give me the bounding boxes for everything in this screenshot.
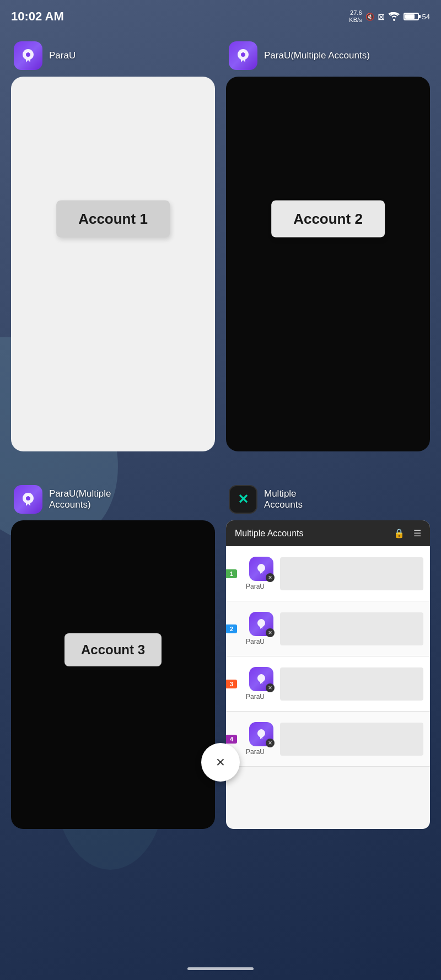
app-name-4: MultipleAccounts — [264, 488, 303, 511]
panel-app-info-4: ParaU — [237, 722, 273, 756]
panel-app-info-3: ParaU — [237, 667, 273, 701]
parau-icon-1[interactable] — [14, 41, 42, 70]
app-name-1: ParaU — [49, 50, 76, 61]
app-header-3: ParaU(MultipleAccounts) — [11, 485, 215, 514]
parau-logo-3 — [19, 491, 37, 508]
multiple-accounts-panel[interactable]: Multiple Accounts 🔒 ☰ 1 — [226, 520, 430, 829]
parau-logo-2 — [234, 47, 252, 64]
panel-header-icons: 🔒 ☰ — [394, 528, 421, 539]
panel-parau-icon-3 — [249, 667, 273, 691]
item-number-2: 2 — [226, 624, 237, 633]
battery-icon — [404, 13, 419, 20]
top-apps-grid: ParaU Account 1 ParaU(Multiple Accounts)… — [11, 41, 430, 451]
app-header-1: ParaU — [11, 41, 215, 70]
app-window-3[interactable]: Account 3 — [11, 520, 215, 829]
list-item[interactable]: 2 ParaU — [226, 601, 430, 656]
app-parau-3: ParaU(MultipleAccounts) Account 3 — [11, 485, 215, 829]
app-multiple-accounts: ✕ MultipleAccounts Multiple Accounts 🔒 ☰… — [226, 485, 430, 829]
panel-title: Multiple Accounts — [235, 529, 304, 539]
account-3-button[interactable]: Account 3 — [64, 633, 162, 666]
mute-icon: 🔇 — [365, 13, 374, 21]
list-item[interactable]: 3 ParaU — [226, 656, 430, 712]
panel-list: 1 ParaU 2 — [226, 546, 430, 767]
parau-icon-3[interactable] — [14, 485, 42, 514]
close-icon: × — [216, 753, 225, 771]
panel-parau-icon-2 — [249, 612, 273, 636]
app-header-2: ParaU(Multiple Accounts) — [226, 41, 430, 70]
account-1-button[interactable]: Account 1 — [56, 201, 170, 238]
wifi-icon — [388, 12, 400, 21]
panel-lock-icon[interactable]: 🔒 — [394, 528, 405, 539]
panel-parau-icon-1 — [249, 557, 273, 581]
panel-app-name-4: ParaU — [246, 748, 265, 756]
parau-icon-2[interactable] — [229, 41, 257, 70]
home-indicator — [187, 967, 254, 970]
app-name-2: ParaU(Multiple Accounts) — [264, 50, 370, 61]
multiple-accounts-icon[interactable]: ✕ — [229, 485, 257, 514]
app-parau-1: ParaU Account 1 — [11, 41, 215, 451]
item-number-4: 4 — [226, 735, 237, 744]
panel-app-name-1: ParaU — [246, 583, 265, 590]
panel-header: Multiple Accounts 🔒 ☰ — [226, 520, 430, 546]
panel-content-1 — [280, 557, 423, 590]
status-bar: 10:02 AM 27.6KB/s 🔇 ⊠ 54 — [0, 0, 441, 33]
data-speed: 27.6KB/s — [349, 9, 362, 24]
list-item[interactable]: 1 ParaU — [226, 546, 430, 601]
item-number-1: 1 — [226, 569, 237, 578]
panel-app-name-3: ParaU — [246, 693, 265, 701]
list-item[interactable]: 4 ParaU — [226, 712, 430, 767]
alarm-icon: ⊠ — [378, 12, 385, 22]
svg-point-2 — [26, 496, 30, 500]
panel-parau-icon-4 — [249, 722, 273, 746]
x-cross-icon: ✕ — [238, 492, 249, 507]
panel-content-3 — [280, 667, 423, 701]
status-icons: 27.6KB/s 🔇 ⊠ 54 — [349, 9, 430, 24]
panel-app-name-2: ParaU — [246, 638, 265, 645]
app-window-1[interactable]: Account 1 — [11, 77, 215, 451]
item-number-3: 3 — [226, 680, 237, 688]
panel-menu-icon[interactable]: ☰ — [413, 528, 421, 539]
close-button[interactable]: × — [201, 743, 240, 782]
app-parau-2: ParaU(Multiple Accounts) Account 2 — [226, 41, 430, 451]
app-header-4: ✕ MultipleAccounts — [226, 485, 430, 514]
status-time: 10:02 AM — [11, 9, 64, 24]
parau-logo-1 — [19, 47, 37, 64]
panel-app-info-1: ParaU — [237, 557, 273, 590]
panel-content-2 — [280, 612, 423, 645]
account-2-button[interactable]: Account 2 — [271, 201, 385, 238]
panel-app-info-2: ParaU — [237, 612, 273, 645]
app-window-2[interactable]: Account 2 — [226, 77, 430, 451]
battery-level: 54 — [422, 13, 430, 21]
panel-content-4 — [280, 723, 423, 756]
app-name-3: ParaU(MultipleAccounts) — [49, 488, 111, 511]
